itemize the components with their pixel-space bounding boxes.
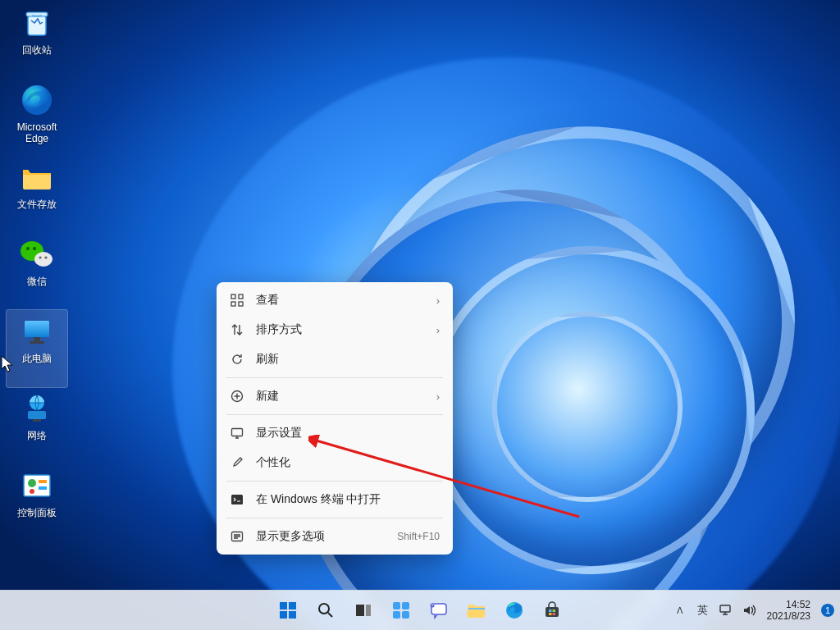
tray-time: 14:52 <box>786 599 810 610</box>
svg-rect-43 <box>468 608 485 609</box>
svg-rect-23 <box>231 302 235 306</box>
svg-rect-31 <box>289 602 296 609</box>
svg-point-7 <box>39 256 41 258</box>
menu-separator <box>226 414 443 415</box>
search-icon <box>317 601 335 619</box>
desktop-icon-edge[interactable]: Microsoft Edge <box>7 79 67 156</box>
menu-item-sort[interactable]: 排序方式 › <box>220 315 450 345</box>
recycle-bin-icon <box>19 5 55 41</box>
desktop-icon-label: 回收站 <box>22 44 52 56</box>
menu-item-refresh[interactable]: 刷新 <box>220 345 450 374</box>
taskbar-edge-button[interactable] <box>498 594 531 627</box>
svg-rect-50 <box>720 605 730 612</box>
svg-rect-33 <box>289 611 296 619</box>
svg-rect-36 <box>366 605 371 616</box>
menu-item-label: 查看 <box>256 293 425 308</box>
desktop-icon-label: 文件存放 <box>17 199 57 210</box>
menu-item-personalize[interactable]: 个性化 <box>220 448 450 477</box>
svg-rect-22 <box>239 294 243 299</box>
svg-rect-26 <box>232 429 243 436</box>
control-panel-icon <box>19 468 55 504</box>
desktop-context-menu: 查看 › 排序方式 › 刷新 新建 › 显示设置 个性化 在 Windows 终… <box>217 282 453 555</box>
taskbar-widgets-button[interactable] <box>385 594 418 627</box>
tray-network-button[interactable] <box>718 602 734 619</box>
desktop-icon-label: 微信 <box>27 276 47 287</box>
taskbar-search-button[interactable] <box>309 594 342 627</box>
chevron-right-icon: › <box>436 390 440 403</box>
svg-rect-24 <box>239 302 243 306</box>
desktop-icon-folder[interactable]: 文件存放 <box>7 156 67 233</box>
tray-clock[interactable]: 14:52 2021/8/23 <box>767 599 810 622</box>
svg-point-20 <box>30 489 34 494</box>
menu-item-display-settings[interactable]: 显示设置 <box>220 418 450 448</box>
volume-icon <box>742 603 756 618</box>
taskbar-chat-button[interactable] <box>422 594 455 627</box>
notification-badge: 1 <box>821 604 834 617</box>
tray-notifications-button[interactable]: 1 <box>820 603 835 618</box>
more-options-icon <box>230 529 244 544</box>
menu-item-label: 在 Windows 终端 中打开 <box>256 492 440 507</box>
desktop-icons-column: 回收站 Microsoft Edge <box>0 0 74 543</box>
desktop-icon-recycle-bin[interactable]: 回收站 <box>7 2 67 79</box>
network-icon <box>19 390 55 427</box>
svg-rect-48 <box>549 613 552 615</box>
menu-item-label: 刷新 <box>256 352 440 367</box>
menu-item-label: 个性化 <box>256 455 440 470</box>
desktop-icon-label: Microsoft Edge <box>8 121 66 144</box>
taskbar-store-button[interactable] <box>536 594 568 627</box>
desktop-icon-wechat[interactable]: 微信 <box>7 233 67 310</box>
tray-volume-button[interactable] <box>741 602 757 619</box>
this-pc-icon <box>19 313 55 349</box>
refresh-icon <box>230 352 244 367</box>
menu-item-terminal[interactable]: 在 Windows 终端 中打开 <box>220 485 450 514</box>
network-tray-icon <box>719 603 733 618</box>
menu-item-shortcut: Shift+F10 <box>397 531 440 542</box>
taskbar-start-button[interactable] <box>272 594 304 627</box>
grid-icon <box>230 293 244 308</box>
taskbar-explorer-button[interactable] <box>460 594 493 627</box>
svg-rect-40 <box>402 611 409 619</box>
menu-item-label: 排序方式 <box>256 322 425 337</box>
svg-rect-12 <box>30 341 44 344</box>
brush-icon <box>230 455 244 470</box>
svg-point-8 <box>44 256 47 258</box>
widgets-icon <box>391 600 411 620</box>
tray-chevron-up-button[interactable]: ᐱ <box>672 602 688 619</box>
menu-item-more-options[interactable]: 显示更多选项 Shift+F10 <box>220 522 450 551</box>
taskbar: ᐱ 英 14:52 2021/8/23 1 <box>0 590 840 630</box>
taskview-icon <box>354 601 372 619</box>
svg-rect-32 <box>280 611 287 619</box>
taskbar-taskview-button[interactable] <box>347 594 380 627</box>
svg-rect-30 <box>280 602 287 609</box>
svg-rect-11 <box>34 337 40 341</box>
svg-rect-21 <box>231 294 235 299</box>
menu-item-label: 显示更多选项 <box>256 529 386 544</box>
display-icon <box>230 426 244 441</box>
start-icon <box>278 600 298 620</box>
svg-rect-49 <box>553 613 556 615</box>
menu-item-label: 新建 <box>256 389 425 404</box>
svg-rect-18 <box>39 480 47 483</box>
desktop-icon-network[interactable]: 网络 <box>7 387 67 464</box>
menu-item-view[interactable]: 查看 › <box>220 285 450 315</box>
desktop-icon-label: 控制面板 <box>17 507 57 518</box>
svg-rect-39 <box>393 611 400 619</box>
svg-rect-14 <box>28 411 46 419</box>
menu-separator <box>226 481 443 482</box>
svg-rect-27 <box>231 495 243 504</box>
desktop-icon-label: 网络 <box>27 430 47 441</box>
taskbar-center <box>272 594 568 627</box>
svg-rect-19 <box>39 486 47 490</box>
terminal-icon <box>230 492 244 507</box>
edge-icon <box>505 601 523 619</box>
chat-icon <box>430 601 448 619</box>
file-explorer-icon <box>467 601 486 619</box>
menu-item-label: 显示设置 <box>256 426 440 441</box>
menu-separator <box>226 377 443 378</box>
desktop-icon-control-panel[interactable]: 控制面板 <box>7 464 67 541</box>
desktop-icon-this-pc[interactable]: 此电脑 <box>7 310 67 387</box>
folder-icon <box>19 159 55 195</box>
svg-rect-16 <box>24 475 50 496</box>
menu-item-new[interactable]: 新建 › <box>220 381 450 411</box>
tray-ime-button[interactable]: 英 <box>695 602 711 619</box>
